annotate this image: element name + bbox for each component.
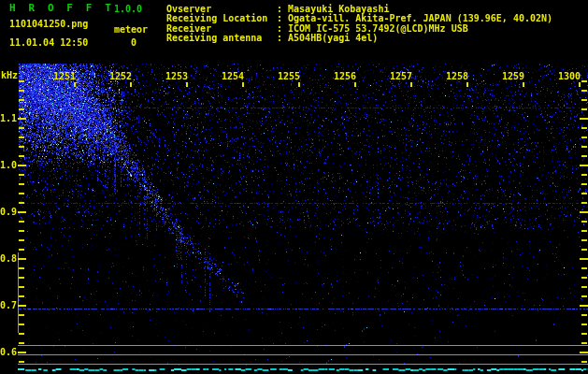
x-axis-label-1259: 1259 (500, 71, 524, 81)
x-axis-label-1255: 1255 (276, 71, 300, 81)
separator: : (277, 33, 282, 43)
frequency-unit-label: kHz (1, 70, 18, 80)
output-filename: 1101041250.png (9, 19, 88, 29)
x-axis-label-1254: 1254 (220, 71, 244, 81)
x-axis-label-1256: 1256 (332, 71, 356, 81)
separator: : (277, 23, 282, 34)
x-axis-label-1251: 1251 (51, 71, 76, 81)
app-title: H R O F F T (9, 3, 114, 13)
location-value: Ogata-vill. Akita-Pref. JAPAN (139.96E, … (288, 13, 552, 23)
antenna-label: Receiving antenna (166, 34, 277, 43)
meteor-count-value: 0 (131, 37, 136, 48)
station-info-block: Ovserver: Masayuki Kobayashi Receiving L… (166, 5, 552, 44)
observation-datetime: 11.01.04 12:50 (9, 37, 88, 48)
separator: : (277, 13, 282, 23)
hrofft-window: H R O F F T 1.0.0 1101041250.png meteor … (0, 0, 588, 374)
y-axis-label-0.9: 0.9 (0, 207, 17, 217)
antenna-value: A504HB(yagi 4el) (288, 33, 378, 43)
info-row-antenna: Receiving antenna: A504HB(yagi 4el) (166, 34, 552, 43)
spectrogram-canvas (0, 0, 588, 374)
x-axis-label-1300: 1300 (556, 71, 581, 81)
y-axis-label-0.8: 0.8 (0, 253, 17, 264)
meteor-counter-label: meteor (114, 24, 148, 35)
y-axis-label-1.0: 1.0 (0, 160, 17, 170)
y-axis-label-0.7: 0.7 (0, 300, 17, 310)
x-axis-label-1258: 1258 (444, 71, 468, 81)
x-axis-label-1252: 1252 (108, 71, 132, 81)
receiver-value: ICOM IC-575 53.7492(@LCD)MHz USB (288, 23, 468, 34)
y-axis-label-0.6: 0.6 (0, 347, 17, 357)
separator: : (277, 4, 282, 14)
x-axis-label-1253: 1253 (164, 71, 188, 81)
y-axis-label-1.1: 1.1 (0, 113, 17, 123)
x-axis-label-1257: 1257 (388, 71, 412, 81)
observer-value: Masayuki Kobayashi (288, 4, 389, 14)
app-version: 1.0.0 (114, 4, 142, 14)
